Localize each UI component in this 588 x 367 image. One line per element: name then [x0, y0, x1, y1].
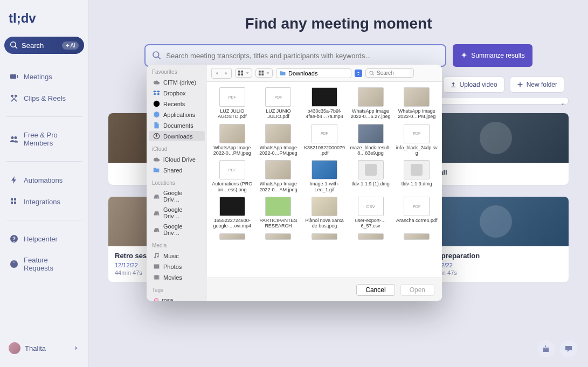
sidebar-item-automations[interactable]: Automations	[4, 170, 84, 190]
sidebar-item-rosa[interactable]: rosa	[149, 295, 205, 301]
app-icon	[153, 111, 160, 118]
sidebar-item-citm-drive-[interactable]: CITM (drive)	[149, 77, 205, 87]
sidebar-search-label: Search	[22, 41, 59, 50]
file-item[interactable]: WhatsApp Image 2022-0…PM.jpeg	[393, 86, 440, 121]
cloud-icon	[153, 156, 160, 163]
file-item[interactable]: CSVuser-export-…6_57.csv	[348, 196, 394, 230]
search-row: Summarize results	[108, 44, 569, 67]
sidebar-item-recents[interactable]: Recents	[149, 99, 205, 109]
section-header: iCloud	[147, 142, 207, 154]
file-item[interactable]: PDFinfo_black_24dp.svg	[393, 123, 440, 157]
path-selector[interactable]: Downloads	[276, 68, 351, 78]
file-thumbnail	[358, 160, 384, 179]
file-item[interactable]: WhatsApp Image 2022-0…PM.jpeg	[209, 123, 255, 157]
sidebar-item-applications[interactable]: Applications	[149, 109, 205, 120]
sidebar-item-photos[interactable]: Photos	[149, 261, 205, 272]
sidebar-item-feature-requests[interactable]: Feature Requests	[4, 251, 84, 278]
file-item[interactable]	[301, 232, 348, 243]
meeting-card[interactable]: PH preparation 12/12/22 44min 47s	[423, 197, 569, 282]
sidebar-item-icloud-drive[interactable]: iCloud Drive	[149, 154, 205, 164]
user-menu[interactable]: Thalita	[4, 338, 84, 358]
back-button[interactable]	[212, 68, 222, 78]
path-dropdown-button[interactable]	[355, 70, 362, 77]
open-button[interactable]: Open	[400, 284, 434, 296]
view-mode-selector[interactable]	[235, 68, 252, 78]
sidebar-search-button[interactable]: Search ✦ AI	[4, 37, 84, 54]
sidebar-item-google-driv-[interactable]: Google Driv…	[149, 221, 205, 238]
file-item[interactable]: WhatsApp Image 2022-0…6.27.jpeg	[348, 86, 394, 121]
summarize-results-button[interactable]: Summarize results	[453, 44, 532, 67]
sidebar-item-music[interactable]: Music	[149, 251, 205, 261]
movie-icon	[153, 274, 160, 281]
file-item[interactable]: Plànol nova xarxa de bus.jpeg	[301, 196, 348, 230]
file-item[interactable]: PDFAutomations (PRO an…ess).png	[209, 159, 255, 193]
file-item[interactable]: PDFArancha correo.pdf	[393, 196, 440, 230]
sidebar-item-helpcenter[interactable]: Helpcenter	[4, 229, 84, 248]
file-item[interactable]: PDFLUZ JULIO AGOSTO.pdf	[209, 86, 255, 121]
sidebar-item-members[interactable]: Free & Pro Members	[4, 126, 84, 153]
folder-icon	[153, 167, 160, 174]
file-item[interactable]: PARTICIPANTES RESEARCH	[255, 196, 302, 230]
file-item[interactable]: WhatsApp Image 2022-0…AM.jpeg	[255, 159, 302, 193]
dialog-search-field[interactable]	[365, 68, 414, 78]
file-item[interactable]: tldv-1.1.9.dmg	[393, 159, 440, 193]
forward-button[interactable]	[222, 68, 231, 78]
sidebar-item-documents[interactable]: Documents	[149, 120, 205, 130]
file-item[interactable]	[255, 232, 302, 243]
sidebar-item-google-driv-[interactable]: Google Driv…	[149, 188, 205, 204]
sidebar-item-shared[interactable]: Shared	[149, 165, 205, 175]
grid-icon	[238, 70, 244, 76]
search-icon	[10, 41, 18, 50]
file-item[interactable]	[348, 232, 394, 243]
file-item[interactable]: tldv-1.1.9 (1).dmg	[348, 159, 394, 193]
meeting-card[interactable]: r Call	[423, 113, 569, 185]
file-item[interactable]: PDFLUZ JUNIO JULIO.pdf	[255, 86, 302, 121]
sidebar-item-movies[interactable]: Movies	[149, 272, 205, 282]
file-label: info_black_24dp.svg	[396, 145, 438, 156]
chat-button[interactable]	[560, 340, 577, 357]
meeting-search-field[interactable]	[144, 44, 446, 67]
file-label: WhatsApp Image 2022-0…PM.jpeg	[211, 145, 253, 156]
chevron-right-icon	[224, 71, 229, 75]
card-duration: 44min 47s	[430, 269, 562, 276]
tag-dot	[154, 298, 158, 301]
file-item[interactable]: 1655222724600-google-…ovi.mp4	[209, 196, 255, 230]
file-label: LUZ JUNIO JULIO.pdf	[257, 108, 299, 120]
file-label: tldv-1.1.9.dmg	[402, 181, 432, 186]
dialog-search-input[interactable]	[377, 70, 409, 76]
file-item[interactable]: PDFK38210622000079.pdf	[301, 123, 348, 157]
file-item[interactable]: WhatsApp Image 2022-0…PM.jpeg	[255, 123, 302, 157]
chevron-left-icon	[215, 71, 219, 75]
sidebar-item-dropbox[interactable]: Dropbox	[149, 88, 205, 98]
file-item[interactable]	[393, 232, 440, 243]
group-selector[interactable]	[255, 68, 273, 78]
file-label: K38210622000079.pdf	[303, 145, 345, 156]
file-thumbnail	[312, 160, 337, 179]
file-thumbnail	[312, 233, 337, 240]
meeting-search-input[interactable]	[166, 52, 439, 60]
upload-video-button[interactable]: Upload video	[443, 77, 504, 93]
file-item[interactable]: b430c35a-7b9f-4fae-b4…7a.mp4	[301, 86, 348, 121]
page-title: Find any meeting moment	[108, 15, 569, 32]
folder-icon	[280, 70, 286, 77]
sidebar-item-meetings[interactable]: Meetings	[4, 67, 84, 86]
section-header: Tags	[147, 283, 207, 295]
info-icon	[10, 260, 18, 268]
file-item[interactable]	[209, 232, 255, 243]
separator	[6, 220, 82, 220]
cancel-button[interactable]: Cancel	[356, 284, 395, 296]
fab-row	[537, 340, 577, 357]
new-folder-button[interactable]: New folder	[510, 77, 564, 93]
sidebar-item-google-driv-[interactable]: Google Driv…	[149, 205, 205, 221]
file-label: maze_block-result-8…83e9.jpg	[350, 145, 392, 156]
file-label: WhatsApp Image 2022-0…AM.jpeg	[257, 181, 299, 192]
search-icon	[152, 51, 162, 60]
sidebar-item-downloads[interactable]: Downloads	[149, 131, 205, 141]
file-item[interactable]: Image-1-with-Leo_1.gif	[301, 159, 348, 193]
gift-button[interactable]	[537, 340, 555, 357]
file-item[interactable]: maze_block-result-8…83e9.jpg	[348, 123, 394, 157]
search-icon	[369, 71, 375, 76]
sidebar-item-integrations[interactable]: Integrations	[4, 192, 84, 211]
file-thumbnail	[265, 160, 291, 179]
sidebar-item-clips[interactable]: Clips & Reels	[4, 88, 84, 108]
